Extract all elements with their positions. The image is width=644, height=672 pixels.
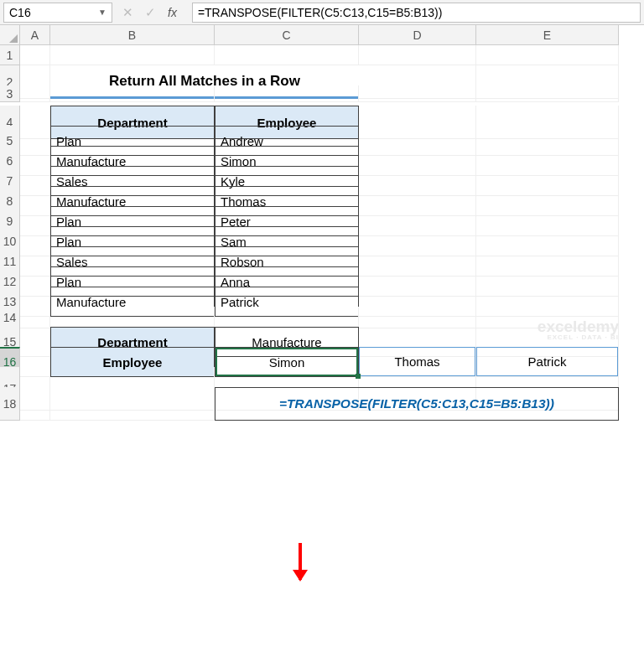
red-arrow-icon [299, 543, 302, 580]
cell-b1[interactable] [50, 45, 215, 65]
fx-icon[interactable]: fx [168, 6, 177, 19]
formula-display-text: =TRANSPOSE(FILTER(C5:C13,C15=B5:B13)) [279, 396, 554, 411]
cell-b18[interactable] [50, 387, 215, 421]
cell-a1[interactable] [20, 45, 50, 65]
cell-b3[interactable] [50, 85, 215, 102]
cell-a18[interactable] [20, 387, 50, 421]
cell-e1[interactable] [476, 45, 619, 65]
cell-c14[interactable] [215, 307, 359, 328]
rowhead-1[interactable]: 1 [0, 45, 20, 65]
colhead-e[interactable]: E [476, 25, 619, 45]
cell-c3[interactable] [215, 85, 359, 102]
cell-d3[interactable] [359, 85, 476, 102]
colhead-d[interactable]: D [359, 25, 476, 45]
name-box[interactable]: C16 ▼ [3, 3, 112, 23]
colhead-b[interactable]: B [50, 25, 215, 45]
cell-e3[interactable] [476, 85, 619, 102]
cell-a3[interactable] [20, 85, 50, 102]
formula-bar-row: C16 ▼ ✕ ✓ fx =TRANSPOSE(FILTER(C5:C13,C1… [0, 0, 644, 25]
formula-bar-input[interactable]: =TRANSPOSE(FILTER(C5:C13,C15=B5:B13)) [192, 3, 641, 23]
cell-a14[interactable] [20, 307, 50, 328]
watermark: exceldemy EXCEL · DATA · BI [538, 318, 619, 341]
formula-display-box[interactable]: =TRANSPOSE(FILTER(C5:C13,C15=B5:B13)) [215, 387, 619, 421]
colhead-a[interactable]: A [20, 25, 50, 45]
colhead-c[interactable]: C [215, 25, 359, 45]
formula-bar-value: =TRANSPOSE(FILTER(C5:C13,C15=B5:B13)) [198, 6, 443, 19]
rowhead-3[interactable]: 3 [0, 85, 20, 102]
enter-icon[interactable]: ✓ [145, 5, 156, 20]
cell-d1[interactable] [359, 45, 476, 65]
formula-bar-buttons: ✕ ✓ fx [122, 5, 182, 20]
cell-b14[interactable] [50, 307, 215, 328]
cell-c1[interactable] [215, 45, 359, 65]
name-box-dropdown-icon[interactable]: ▼ [98, 8, 106, 17]
watermark-brand: exceldemy [538, 318, 619, 335]
name-box-ref: C16 [9, 6, 31, 19]
rowhead-18[interactable]: 18 [0, 387, 20, 421]
cancel-icon[interactable]: ✕ [122, 5, 133, 20]
watermark-tag: EXCEL · DATA · BI [538, 334, 619, 341]
select-all-corner[interactable] [0, 25, 20, 45]
rowhead-14[interactable]: 14 [0, 307, 20, 328]
cell-d14[interactable] [359, 307, 476, 328]
cell-c16-active[interactable]: Simon [215, 347, 359, 377]
spreadsheet-grid[interactable]: A B C D E 1 2 Return All Matches in a Ro… [0, 25, 644, 407]
